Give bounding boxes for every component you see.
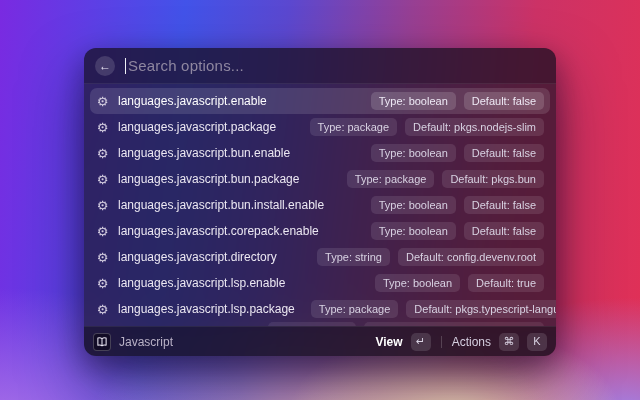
option-name: languages.javascript.bun.package (118, 172, 299, 186)
default-badge: Default: pkgs.nodejs-slim (405, 118, 544, 136)
default-badge: Default: false (464, 196, 544, 214)
option-row[interactable]: ⚙ languages.javascript.bun.install.enabl… (90, 192, 550, 218)
type-badge: Type: boolean (375, 274, 460, 292)
search-bar: ← Search options... (84, 48, 556, 84)
gear-icon: ⚙ (95, 303, 110, 316)
option-name: languages.javascript.enable (118, 94, 267, 108)
type-badge: Type: boolean (371, 144, 456, 162)
default-badge: Default: false (464, 144, 544, 162)
type-badge: Type: package (311, 300, 399, 318)
option-row[interactable]: ⚙ languages.javascript.lsp.package Type:… (90, 296, 550, 322)
gear-icon: ⚙ (95, 225, 110, 238)
gear-icon: ⚙ (95, 95, 110, 108)
default-badge: Default: pkgs.typescript-language-serve… (406, 300, 556, 318)
view-button[interactable]: View (376, 335, 403, 349)
footer-divider (441, 336, 442, 348)
enter-key-badge[interactable]: ↵ (411, 333, 431, 351)
type-badge: Type: string (317, 248, 390, 266)
option-row[interactable]: ⚙ languages.javascript.bun.enable Type: … (90, 140, 550, 166)
option-name: languages.javascript.corepack.enable (118, 224, 319, 238)
actions-button[interactable]: Actions (452, 335, 491, 349)
default-badge: Default: false (464, 222, 544, 240)
option-name: languages.javascript.bun.enable (118, 146, 290, 160)
gear-icon: ⚙ (95, 251, 110, 264)
type-badge: Type: boolean (371, 222, 456, 240)
gear-icon: ⚙ (95, 199, 110, 212)
command-key-badge[interactable]: ⌘ (499, 333, 519, 351)
option-row[interactable]: ⚙ languages.javascript.bun.package Type:… (90, 166, 550, 192)
type-badge: Type: boolean (371, 92, 456, 110)
k-key-badge[interactable]: K (527, 333, 547, 351)
option-row[interactable]: ⚙ languages.javascript.corepack.enable T… (90, 218, 550, 244)
option-name: languages.javascript.directory (118, 250, 277, 264)
option-row[interactable]: ⚙ languages.javascript.enable Type: bool… (90, 88, 550, 114)
option-row[interactable]: ⚙ languages.javascript.lsp.enable Type: … (90, 270, 550, 296)
option-name: languages.javascript.lsp.package (118, 302, 295, 316)
option-name: languages.javascript.bun.install.enable (118, 198, 324, 212)
option-name: languages.javascript.lsp.enable (118, 276, 285, 290)
options-list: ⚙ languages.javascript.enable Type: bool… (84, 84, 556, 326)
type-badge: Type: boolean (371, 196, 456, 214)
default-badge: Default: config.devenv.root (398, 248, 544, 266)
gear-icon: ⚙ (95, 121, 110, 134)
search-input[interactable]: Search options... (125, 57, 545, 74)
option-row[interactable]: ⚙ languages.javascript.package Type: pac… (90, 114, 550, 140)
type-badge: Type: package (310, 118, 398, 136)
book-icon (93, 333, 111, 351)
search-options-window: ← Search options... ⚙ languages.javascri… (84, 48, 556, 356)
back-arrow-icon: ← (99, 60, 111, 72)
default-badge: Default: pkgs.bun (442, 170, 544, 188)
gear-icon: ⚙ (95, 173, 110, 186)
gear-icon: ⚙ (95, 147, 110, 160)
type-badge: Type: package (347, 170, 435, 188)
gear-icon: ⚙ (95, 277, 110, 290)
footer-bar: Javascript View ↵ Actions ⌘ K (84, 326, 556, 356)
search-placeholder: Search options... (128, 57, 244, 74)
option-name: languages.javascript.package (118, 120, 276, 134)
option-row[interactable]: ⚙ languages.javascript.directory Type: s… (90, 244, 550, 270)
default-badge: Default: false (464, 92, 544, 110)
default-badge: Default: true (468, 274, 544, 292)
footer-context-label: Javascript (119, 335, 173, 349)
back-button[interactable]: ← (95, 56, 115, 76)
text-caret (125, 58, 126, 74)
